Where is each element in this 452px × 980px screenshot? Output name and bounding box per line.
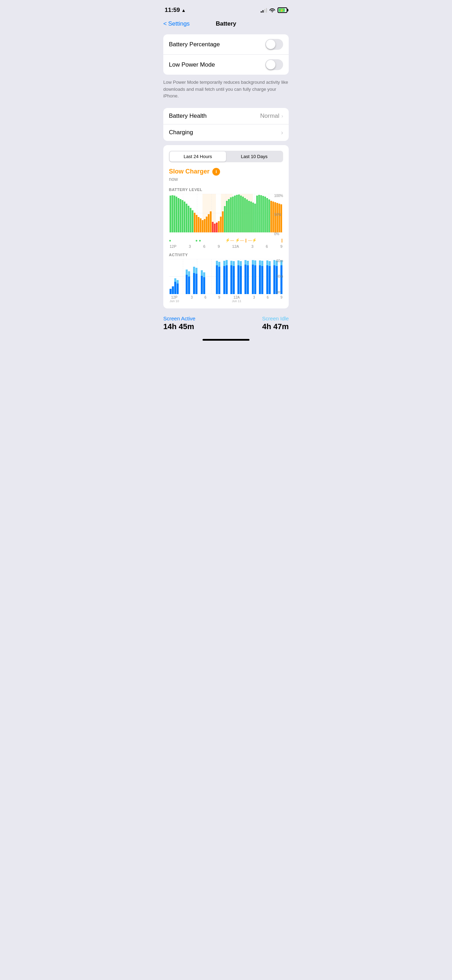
battery-x-labels: 12P 3 6 9 12A 3 6 9	[169, 244, 283, 248]
battery-health-label: Battery Health	[169, 113, 207, 119]
svg-rect-132	[276, 261, 278, 266]
svg-rect-128	[269, 261, 271, 266]
svg-rect-62	[268, 199, 270, 232]
svg-rect-134	[280, 261, 282, 265]
svg-rect-83	[177, 283, 179, 294]
svg-rect-131	[276, 266, 278, 294]
screen-active-label: Screen Active	[163, 315, 196, 321]
battery-chart-card: Last 24 Hours Last 10 Days Slow Charger …	[163, 145, 289, 309]
x-label-6b: 6	[266, 244, 268, 248]
screen-idle-time: 4h 47m	[262, 322, 289, 331]
svg-rect-68	[280, 204, 282, 232]
svg-rect-122	[259, 261, 261, 265]
toggle-knob	[266, 40, 275, 49]
svg-rect-96	[203, 272, 205, 277]
svg-rect-46	[236, 195, 238, 232]
svg-rect-87	[188, 277, 190, 294]
battery-health-card: Battery Health Normal › Charging ›	[163, 108, 289, 141]
svg-rect-106	[230, 261, 232, 265]
svg-rect-94	[201, 270, 203, 276]
battery-bolt: ⚡	[280, 8, 284, 12]
battery-chart-container	[169, 194, 283, 236]
svg-rect-126	[266, 261, 268, 265]
svg-rect-130	[273, 260, 275, 265]
time-segmented-control: Last 24 Hours Last 10 Days	[169, 151, 283, 162]
svg-rect-31	[206, 216, 207, 232]
svg-rect-118	[252, 260, 254, 265]
slow-charger-label: Slow Charger	[169, 168, 210, 175]
dot-indicator-1: ●	[169, 238, 171, 243]
battery-percentage-label: Battery Percentage	[169, 41, 220, 48]
signal-bar-1	[261, 11, 262, 13]
svg-rect-47	[238, 194, 240, 232]
x-label-group-4: 12A Jun 11	[232, 296, 242, 303]
low-power-mode-label: Low Power Mode	[169, 61, 215, 68]
svg-rect-105	[230, 265, 232, 294]
signal-bar-4	[266, 8, 267, 13]
activity-chart-container	[169, 259, 283, 294]
svg-rect-79	[170, 289, 172, 294]
charging-indicators: ● ● ● ⚡— ⚡— ‖ —⚡ ‖	[169, 237, 283, 243]
svg-rect-29	[202, 220, 204, 232]
svg-rect-52	[248, 201, 250, 232]
battery-percentage-toggle[interactable]	[265, 39, 283, 50]
svg-rect-32	[208, 214, 210, 232]
svg-rect-58	[260, 195, 262, 232]
svg-rect-101	[223, 266, 225, 294]
svg-rect-43	[230, 197, 232, 232]
svg-rect-48	[240, 196, 242, 232]
signal-bar-3	[264, 9, 265, 13]
svg-rect-23	[189, 208, 191, 232]
x-label-group-0: 12P Jun 10	[170, 296, 179, 303]
svg-rect-95	[203, 277, 205, 294]
x-label-group-5: 3	[253, 296, 255, 303]
svg-rect-117	[252, 265, 254, 294]
segment-24h[interactable]: Last 24 Hours	[170, 151, 226, 162]
svg-rect-36	[216, 223, 218, 232]
svg-rect-127	[269, 266, 271, 294]
svg-rect-84	[177, 280, 179, 283]
svg-rect-89	[193, 273, 195, 294]
svg-rect-123	[261, 266, 264, 294]
x-label-group-7: 9	[280, 296, 282, 303]
x-label-12p: 12P	[170, 244, 177, 248]
x-label-3a: 3	[189, 244, 191, 248]
slow-charger-row: Slow Charger i	[169, 168, 283, 176]
slow-charger-info-icon[interactable]: i	[212, 168, 220, 176]
x-label-group-6: 6	[267, 296, 269, 303]
svg-rect-111	[240, 266, 242, 294]
svg-rect-99	[218, 267, 220, 294]
svg-rect-100	[218, 262, 220, 267]
svg-rect-21	[186, 204, 188, 232]
battery-chart-wrapper: 100% 50% 0%	[169, 194, 283, 236]
low-power-mode-toggle[interactable]	[265, 59, 283, 70]
svg-rect-13	[170, 196, 171, 232]
svg-rect-30	[204, 219, 206, 232]
screen-times-row: 14h 45m 4h 47m	[158, 322, 294, 337]
svg-rect-20	[184, 202, 185, 232]
signal-bar-2	[263, 10, 264, 13]
svg-rect-45	[234, 196, 236, 232]
svg-rect-44	[232, 197, 234, 232]
battery-icon: ⚡	[277, 7, 287, 13]
svg-rect-59	[263, 196, 264, 232]
svg-rect-22	[188, 206, 189, 232]
svg-rect-97	[216, 265, 218, 294]
svg-rect-92	[196, 268, 197, 274]
svg-rect-113	[245, 265, 247, 294]
activity-x-labels: 12P Jun 10 3 6 9 12A Jun 11 3 6 9	[169, 296, 283, 303]
charging-row[interactable]: Charging ›	[163, 124, 289, 141]
svg-rect-61	[266, 198, 268, 232]
svg-rect-110	[237, 261, 240, 265]
svg-rect-107	[232, 266, 235, 294]
svg-rect-40	[224, 206, 226, 232]
back-button[interactable]: < Settings	[163, 20, 189, 27]
svg-rect-103	[226, 265, 228, 294]
svg-rect-104	[226, 260, 228, 265]
svg-rect-81	[174, 282, 176, 294]
battery-health-row[interactable]: Battery Health Normal ›	[163, 108, 289, 124]
segment-10d[interactable]: Last 10 Days	[226, 151, 282, 162]
svg-rect-63	[271, 201, 272, 232]
battery-health-chevron: ›	[282, 113, 283, 119]
battery-level-svg	[169, 194, 283, 236]
